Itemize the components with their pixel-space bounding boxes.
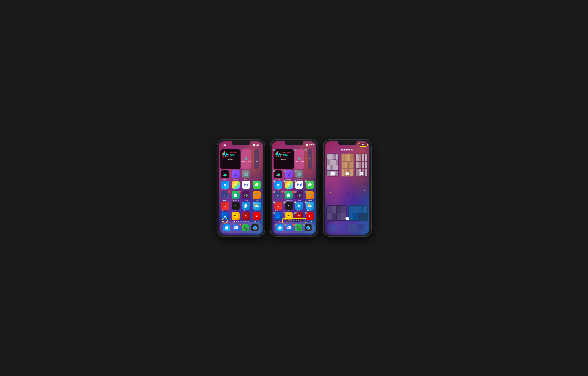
mail-minus[interactable]: − xyxy=(284,224,287,226)
machash-minus[interactable]: − xyxy=(284,201,286,204)
app-weather-1[interactable]: ⛅ Weather xyxy=(252,202,262,211)
app-appleframes-1[interactable]: Apple Frames xyxy=(220,212,230,222)
app-whatsapp-1[interactable]: 1 WhatsApp xyxy=(231,191,240,201)
app-messages-2[interactable]: − Messages xyxy=(305,181,315,191)
minute-stat: 2/30MIN xyxy=(230,154,239,155)
phone-1: 15:00 ▐▐ WiFi ▮ xyxy=(217,139,265,237)
appleframes-minus[interactable]: − xyxy=(273,211,275,214)
appstore-minus[interactable]: − xyxy=(273,180,275,183)
plus-button-2[interactable]: + xyxy=(274,143,276,147)
app-fantastical-1[interactable]: 31 Fantastical xyxy=(220,202,230,211)
page-thumb-1[interactable]: ✓ xyxy=(326,154,339,177)
dock-phone-2[interactable]: − 📞 xyxy=(294,224,304,232)
app-firefox-2[interactable]: − Firefox xyxy=(305,191,315,201)
fitness-app-minus[interactable]: − xyxy=(273,170,275,172)
dock-safari-1[interactable] xyxy=(222,224,231,232)
bbcnews-minus[interactable]: − xyxy=(294,211,297,214)
app-grid-1: 129/440KCAL 2/30MIN 5/12HRS Fitness xyxy=(219,149,263,223)
music-minus[interactable]: − xyxy=(304,149,307,151)
app-settings-2[interactable]: − ⚙️ Settings xyxy=(295,170,304,180)
app-things-2[interactable]: − 3 Things xyxy=(273,191,283,201)
app-machash-1[interactable]: # MacHash xyxy=(231,202,240,211)
thumb-dot-6 xyxy=(330,160,333,165)
fitness-widget-1[interactable]: 129/440KCAL 2/30MIN 5/12HRS Fitness xyxy=(220,149,241,169)
app-messages-1[interactable]: Messages xyxy=(252,181,262,191)
app-bbcsport-1[interactable]: BBC SPORT BBC Sport xyxy=(231,212,240,222)
bbcsport-minus[interactable]: − xyxy=(284,211,286,214)
health-widget-2[interactable]: − Health & Fitness xyxy=(294,149,304,169)
firefox-minus[interactable]: − xyxy=(304,191,307,193)
app-slack-2[interactable]: − xyxy=(295,191,304,201)
dot-2-0 xyxy=(288,220,288,221)
dock-bot-2[interactable]: − xyxy=(304,224,313,232)
weather-minus[interactable]: − xyxy=(304,201,307,204)
dock-mail-2[interactable]: − 16 xyxy=(284,224,294,232)
app-fantastical-2[interactable]: − 31 Fantastical xyxy=(273,202,283,211)
fitness-stats-2: 129/440KCAL 2/30MIN 5/12HRS xyxy=(283,152,292,156)
settings-minus[interactable]: − xyxy=(294,170,297,172)
whatsapp-minus[interactable]: − xyxy=(284,191,286,193)
gmail-minus[interactable]: − xyxy=(294,180,297,183)
app-firefox-1[interactable]: Firefox xyxy=(252,191,262,201)
messages-minus[interactable]: − xyxy=(304,180,307,183)
dot-2-5 xyxy=(296,220,297,221)
dock-icon-3-3 xyxy=(348,224,355,232)
dock-1: 16 📞 xyxy=(220,222,262,233)
podcasts-minus[interactable]: − xyxy=(284,170,286,172)
dot-2-2 xyxy=(291,220,292,221)
app-podcasts-2[interactable]: − 🎙 Podcasts xyxy=(284,170,294,180)
app-fitness-2[interactable]: − Fitness xyxy=(273,170,283,180)
phone-2: Done + ▐▐ WiFi ▮ − xyxy=(270,139,318,237)
app-fitness-1[interactable]: Fitness xyxy=(220,170,230,180)
phone-minus[interactable]: − xyxy=(294,224,296,226)
app-whatsapp-2[interactable]: − 1 WhatsApp xyxy=(284,191,294,201)
photos-minus[interactable]: − xyxy=(284,180,286,183)
twitter-minus[interactable]: − xyxy=(294,201,297,204)
page-thumb-5[interactable] xyxy=(348,205,368,221)
app-twitter-2[interactable]: − Twitter xyxy=(295,202,304,211)
app-things-1[interactable]: 3 Things xyxy=(220,191,230,201)
widgets-row-1: 129/440KCAL 2/30MIN 5/12HRS Fitness xyxy=(220,149,262,169)
page-check-3: ✓ xyxy=(360,172,363,175)
done-button-2[interactable]: Done xyxy=(309,143,314,146)
page-thumb-3[interactable]: ✓ xyxy=(355,154,368,177)
app-podcasts-1[interactable]: 🎙 Podcasts xyxy=(231,170,240,180)
health-minus[interactable]: − xyxy=(294,149,296,151)
safari-minus[interactable]: − xyxy=(275,224,277,226)
page-thumb-2[interactable]: ✓ xyxy=(341,154,354,177)
app-machash-2[interactable]: − # MacHash xyxy=(284,202,294,211)
music-widget-2[interactable]: − ♫ Music xyxy=(305,149,315,169)
dock-safari-2[interactable]: − xyxy=(275,224,285,232)
app-gmail-1[interactable]: Gmail xyxy=(242,181,251,191)
dock-bot-1[interactable] xyxy=(250,224,260,232)
done-button-3[interactable]: Done xyxy=(359,143,368,147)
app-youtube-1[interactable]: YouTube xyxy=(252,212,262,222)
bot-minus[interactable]: − xyxy=(303,224,305,226)
app-weather-2[interactable]: − ⛅ Weather xyxy=(305,202,315,211)
appstore-svg-2 xyxy=(276,182,280,187)
thumb-dot-3-7 xyxy=(362,162,364,168)
dock-phone-1[interactable]: 📞 xyxy=(241,224,251,232)
page-thumb-4[interactable] xyxy=(326,205,346,221)
youtube-minus[interactable]: − xyxy=(304,211,307,214)
slack-minus[interactable]: − xyxy=(294,191,297,193)
dock-mail-1[interactable]: 16 xyxy=(231,224,241,232)
app-photos-2[interactable]: − Photos xyxy=(284,181,294,191)
music-widget-1[interactable]: ♫ Music xyxy=(252,149,262,169)
fitness-widget-2[interactable]: − 129/440KCAL 2/30MIN xyxy=(273,149,294,169)
safari-svg xyxy=(225,226,229,230)
app-twitter-1[interactable]: Twitter xyxy=(242,202,251,211)
app-bbcnews-1[interactable]: BBC NEWS BBC News xyxy=(242,212,251,222)
things-minus[interactable]: − xyxy=(273,191,275,193)
fitness-minus[interactable]: − xyxy=(273,149,275,151)
fantastical-minus[interactable]: − xyxy=(273,201,275,204)
svg-point-60 xyxy=(288,184,290,186)
app-slack-1[interactable]: Slack xyxy=(242,191,251,201)
health-widget-1[interactable]: Health & Fitness xyxy=(241,149,251,169)
app-appstore-2[interactable]: − App Store xyxy=(273,181,283,191)
whatsapp-label-2: WhatsApp xyxy=(286,200,292,201)
app-settings-1[interactable]: ⚙️ Settings xyxy=(242,170,251,180)
app-gmail-2[interactable]: − Gmail xyxy=(295,181,304,191)
app-photos-1[interactable]: Photos xyxy=(231,181,240,191)
app-appstore-1[interactable]: App Store xyxy=(220,181,230,191)
